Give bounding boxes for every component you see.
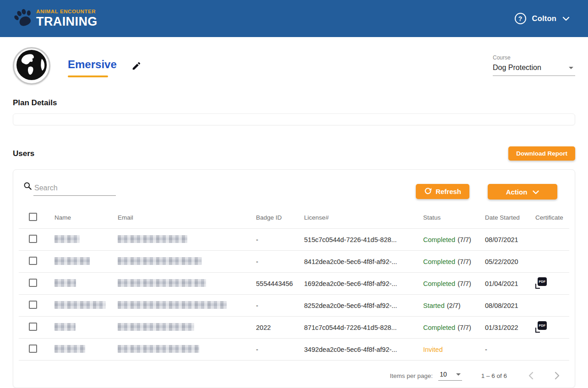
date-started-cell: 05/22/2020 (485, 258, 535, 265)
status-text: Started (423, 302, 445, 309)
user-name-redacted (54, 279, 76, 287)
plan-title-wrap: Emersive (68, 58, 117, 77)
date-started-cell: 08/07/2021 (485, 236, 535, 243)
select-all-checkbox[interactable] (29, 213, 37, 221)
status-text: Completed (423, 258, 455, 265)
search-input[interactable] (33, 183, 116, 196)
table-row: 2022 871c7c0544d-7226-41d5-828... Comple… (19, 317, 569, 339)
row-checkbox[interactable] (29, 235, 37, 243)
chevron-down-icon (562, 15, 570, 23)
users-table-card: Refresh Action Name Email Badge ID Licen… (13, 169, 575, 388)
row-checkbox[interactable] (29, 323, 37, 331)
dropdown-caret-icon (456, 373, 461, 376)
user-name-redacted (54, 323, 76, 331)
column-header-email: Email (118, 214, 256, 221)
items-per-page-value: 10 (440, 371, 447, 378)
refresh-label: Refresh (436, 188, 461, 195)
course-selected-value: Dog Protection (493, 64, 541, 72)
badge-id-cell: 5554443456 (256, 280, 304, 287)
user-name-redacted (54, 345, 85, 353)
user-email-redacted (118, 345, 199, 353)
date-started-cell: - (485, 346, 535, 353)
plan-details-heading: Plan Details (13, 98, 575, 108)
user-email-redacted (118, 323, 194, 331)
brand-line2: TRAINING (36, 16, 98, 28)
brand-logo[interactable]: ANIMAL ENCOUNTER TRAINING (13, 8, 98, 30)
brand-line1: ANIMAL ENCOUNTER (36, 9, 98, 15)
status-text: Completed (423, 280, 455, 287)
paw-icon (13, 8, 34, 30)
search-icon (23, 182, 32, 196)
status-text: Invited (423, 346, 443, 353)
course-select-label: Course (493, 54, 575, 61)
plan-header: Emersive Course Dog Protection (13, 47, 575, 85)
user-name-redacted (54, 235, 80, 243)
download-report-button[interactable]: Download Report (508, 146, 575, 161)
status-text: Completed (423, 236, 455, 243)
column-header-date-started: Date Started (485, 214, 535, 221)
edit-pencil-icon[interactable] (131, 61, 142, 73)
dropdown-caret-icon (569, 67, 573, 69)
user-email-redacted (118, 257, 201, 265)
status-progress: (7/7) (457, 324, 471, 331)
plan-avatar (13, 47, 50, 85)
plan-title: Emersive (68, 58, 117, 71)
license-cell: 8412dea2c0e-5ec6-4f8f-af92-... (304, 258, 423, 265)
status-progress: (7/7) (457, 236, 471, 243)
badge-id-cell: 2022 (256, 324, 304, 331)
user-email-redacted (118, 301, 227, 309)
user-email-redacted (118, 235, 187, 243)
column-header-certificate: Certificate (535, 214, 569, 221)
items-per-page-select[interactable]: 10 (438, 371, 462, 381)
row-checkbox[interactable] (29, 301, 37, 309)
date-started-cell: 01/31/2022 (485, 324, 535, 331)
user-menu[interactable]: ? Colton (515, 13, 570, 24)
course-select[interactable]: Course Dog Protection (493, 54, 575, 76)
pdf-certificate-icon[interactable]: PDF (535, 277, 547, 289)
refresh-icon (424, 187, 432, 196)
row-checkbox[interactable] (29, 345, 37, 353)
pagination-range-label: 1 – 6 of 6 (481, 372, 507, 379)
badge-id-cell: - (256, 236, 304, 243)
license-cell: 3492dea2c0e-5ec6-4f8f-af92-... (304, 346, 423, 353)
pdf-certificate-icon[interactable]: PDF (535, 321, 547, 333)
status-progress: (7/7) (457, 258, 471, 265)
action-menu-button[interactable]: Action (488, 184, 557, 199)
date-started-cell: 01/04/2021 (485, 280, 535, 287)
column-header-license: License# (304, 214, 423, 221)
user-name-redacted (54, 301, 106, 309)
globe-icon (16, 49, 48, 83)
status-progress: (2/7) (447, 302, 461, 309)
column-header-name: Name (54, 214, 118, 221)
license-cell: 1692dea2c0e-5ec6-4f8f-af92-... (304, 280, 423, 287)
items-per-page-label: Items per page: (390, 372, 433, 379)
previous-page-button[interactable] (528, 372, 534, 380)
table-row: 5554443456 1692dea2c0e-5ec6-4f8f-af92-..… (19, 273, 569, 295)
license-cell: 515c7c0544d-7226-41d5-828... (304, 236, 423, 243)
date-started-cell: 08/08/2021 (485, 302, 535, 309)
table-pagination: Items per page: 10 1 – 6 of 6 (19, 361, 569, 381)
brand-text: ANIMAL ENCOUNTER TRAINING (36, 9, 98, 28)
table-row: - 8412dea2c0e-5ec6-4f8f-af92-... Complet… (19, 251, 569, 273)
next-page-button[interactable] (554, 372, 560, 380)
badge-id-cell: - (256, 258, 304, 265)
table-row: - 8252dea2c0e-5ec6-4f8f-af92-... Started… (19, 295, 569, 317)
status-progress: (7/7) (457, 280, 471, 287)
chevron-down-icon (533, 188, 539, 196)
search-field (23, 182, 116, 196)
row-checkbox[interactable] (29, 257, 37, 265)
action-label: Action (506, 188, 528, 196)
help-icon[interactable]: ? (515, 13, 526, 24)
top-navigation-bar: ANIMAL ENCOUNTER TRAINING ? Colton (0, 0, 588, 37)
title-underline-decoration (68, 75, 108, 77)
license-cell: 8252dea2c0e-5ec6-4f8f-af92-... (304, 302, 423, 309)
table-row: - 515c7c0544d-7226-41d5-828... Completed… (19, 229, 569, 251)
refresh-button[interactable]: Refresh (416, 184, 469, 199)
badge-id-cell: - (256, 346, 304, 353)
user-name-redacted (54, 257, 90, 265)
badge-id-cell: - (256, 302, 304, 309)
row-checkbox[interactable] (29, 279, 37, 287)
column-header-badge-id: Badge ID (256, 214, 304, 221)
license-cell: 871c7c0544d-7226-41d5-828... (304, 324, 423, 331)
column-header-status: Status (423, 214, 485, 221)
